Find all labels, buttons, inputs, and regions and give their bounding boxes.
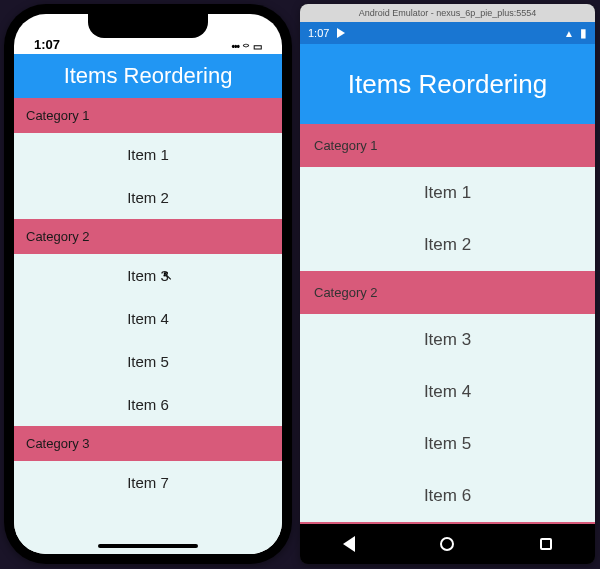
wifi-icon: ⌔ (243, 41, 249, 52)
list-item[interactable]: Item 2 (300, 219, 595, 271)
android-device-frame: Android Emulator - nexus_6p_pie_plus:555… (300, 4, 595, 564)
signal-icon: ••• (231, 41, 239, 52)
android-status-icons (564, 26, 587, 40)
ios-app-header: Items Reordering (14, 54, 282, 98)
page-title: Items Reordering (64, 63, 233, 89)
battery-icon (580, 26, 587, 40)
android-reorder-list[interactable]: Category 1Item 1Item 2Category 2Item 3It… (300, 124, 595, 524)
emulator-titlebar: Android Emulator - nexus_6p_pie_plus:555… (300, 4, 595, 22)
ios-device-frame: 1:07 ••• ⌔ ▭ Items Reordering Category 1… (4, 4, 292, 564)
ios-time: 1:07 (34, 37, 60, 52)
list-item[interactable]: Item 3 (14, 254, 282, 297)
category-header: Category 1 (14, 98, 282, 133)
category-header: Category 2 (14, 219, 282, 254)
list-item[interactable]: Item 6 (300, 470, 595, 522)
list-item[interactable]: Item 3 (300, 314, 595, 366)
android-screen: 1:07 Items Reordering Category 1Item 1It… (300, 22, 595, 524)
ios-reorder-list[interactable]: Category 1Item 1Item 2Category 2Item 3It… (14, 98, 282, 554)
android-nav-bar (300, 524, 595, 564)
android-time: 1:07 (308, 27, 329, 39)
emulator-title: Android Emulator - nexus_6p_pie_plus:555… (359, 8, 537, 18)
list-item[interactable]: Item 4 (14, 297, 282, 340)
android-home-button[interactable] (439, 536, 455, 552)
category-header: Category 3 (14, 426, 282, 461)
android-recents-button[interactable] (538, 536, 554, 552)
list-item[interactable]: Item 2 (14, 176, 282, 219)
list-item[interactable]: Item 5 (14, 340, 282, 383)
ios-notch (88, 14, 208, 38)
category-header: Category 1 (300, 124, 595, 167)
list-item[interactable]: Item 4 (300, 366, 595, 418)
list-item[interactable]: Item 1 (14, 133, 282, 176)
play-store-icon (337, 28, 345, 38)
ios-status-icons: ••• ⌔ ▭ (231, 41, 262, 52)
list-item[interactable]: Item 7 (14, 461, 282, 504)
ios-home-indicator[interactable] (98, 544, 198, 548)
page-title: Items Reordering (348, 69, 547, 100)
list-item[interactable]: Item 1 (300, 167, 595, 219)
wifi-icon (564, 27, 574, 39)
android-app-header: Items Reordering (300, 44, 595, 124)
android-back-button[interactable] (341, 536, 357, 552)
list-item[interactable]: Item 6 (14, 383, 282, 426)
android-status-bar: 1:07 (300, 22, 595, 44)
category-header: Category 3 (300, 522, 595, 524)
battery-icon: ▭ (253, 41, 262, 52)
ios-screen: 1:07 ••• ⌔ ▭ Items Reordering Category 1… (14, 14, 282, 554)
category-header: Category 2 (300, 271, 595, 314)
list-item[interactable]: Item 5 (300, 418, 595, 470)
